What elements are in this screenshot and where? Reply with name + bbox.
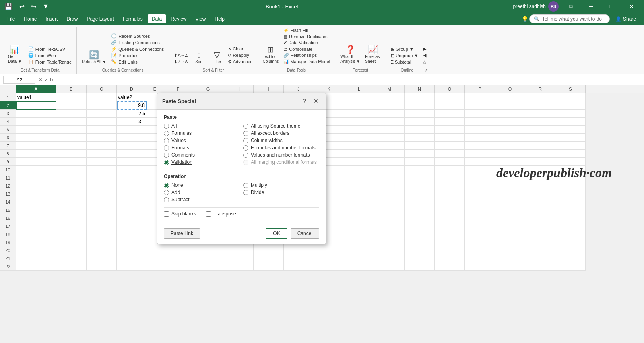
op-subtract-label: Subtract [171, 197, 190, 202]
op-multiply-label: Multiply [251, 182, 267, 188]
dialog-title: Paste Special [162, 98, 196, 104]
op-none-option[interactable]: None [164, 182, 240, 188]
op-divide-radio[interactable] [243, 190, 248, 195]
paste-all-except-borders-option[interactable]: All except borders [243, 130, 319, 136]
paste-column-widths-radio[interactable] [243, 138, 248, 143]
paste-values-label: Values [171, 138, 186, 143]
op-subtract-option[interactable]: Subtract [164, 197, 240, 202]
paste-formulas-option[interactable]: Formulas [164, 130, 240, 136]
paste-values-number-label: Values and number formats [251, 152, 310, 158]
dialog-divider-1 [164, 170, 319, 170]
operation-options-grid: None Multiply Add Divide Subtract [164, 182, 319, 202]
dialog-footer: Paste Link OK Cancel [157, 225, 326, 244]
paste-comments-label: Comments [171, 152, 195, 158]
paste-all-source-radio[interactable] [243, 124, 248, 129]
paste-all-merging-label: All merging conditional formats [251, 159, 317, 165]
paste-values-radio[interactable] [164, 138, 169, 143]
op-none-label: None [171, 182, 183, 188]
paste-section-label: Paste [164, 114, 319, 120]
ok-button[interactable]: OK [266, 228, 287, 239]
paste-all-merging-option[interactable]: All merging conditional formats [243, 159, 319, 165]
operation-section-label: Operation [164, 174, 319, 179]
paste-formulas-number-radio[interactable] [243, 145, 248, 151]
cancel-button[interactable]: Cancel [291, 228, 319, 239]
dialog-title-bar: Paste Special ? ✕ [157, 93, 326, 110]
op-divide-label: Divide [251, 190, 264, 195]
paste-formulas-number-label: Formulas and number formats [251, 145, 316, 151]
paste-column-widths-option[interactable]: Column widths [243, 138, 319, 143]
dialog-divider-2 [164, 207, 319, 208]
paste-column-widths-label: Column widths [251, 138, 283, 143]
op-add-label: Add [171, 190, 180, 195]
transpose-checkbox[interactable] [206, 211, 211, 217]
op-subtract-radio[interactable] [164, 197, 169, 202]
paste-all-label: All [171, 123, 177, 129]
paste-validation-label: Validation [171, 159, 192, 165]
paste-all-source-label: All using Source theme [251, 123, 300, 129]
op-multiply-radio[interactable] [243, 183, 248, 188]
paste-formulas-label: Formulas [171, 130, 192, 136]
paste-all-except-borders-radio[interactable] [243, 131, 248, 136]
paste-all-option[interactable]: All [164, 123, 240, 129]
op-none-radio[interactable] [164, 183, 169, 188]
op-multiply-option[interactable]: Multiply [243, 182, 319, 188]
op-divide-option[interactable]: Divide [243, 190, 319, 195]
paste-values-number-radio[interactable] [243, 153, 248, 158]
paste-comments-option[interactable]: Comments [164, 152, 240, 158]
paste-validation-option[interactable]: Validation [164, 159, 240, 165]
dialog-overlay: Paste Special ? ✕ Paste All All using So… [0, 0, 644, 343]
skip-blanks-checkbox[interactable] [164, 211, 169, 217]
paste-formats-radio[interactable] [164, 145, 169, 151]
paste-all-radio[interactable] [164, 124, 169, 129]
paste-all-except-borders-label: All except borders [251, 130, 289, 136]
skip-blanks-option[interactable]: Skip blanks [164, 211, 196, 217]
paste-formats-label: Formats [171, 145, 189, 151]
transpose-label: Transpose [213, 211, 236, 217]
paste-formulas-radio[interactable] [164, 131, 169, 136]
op-add-option[interactable]: Add [164, 190, 240, 195]
paste-options-grid: All All using Source theme Formulas All … [164, 123, 319, 165]
dialog-help-button[interactable]: ? [300, 96, 310, 106]
dialog-close-button[interactable]: ✕ [311, 96, 321, 106]
paste-formats-option[interactable]: Formats [164, 145, 240, 151]
paste-all-source-theme-option[interactable]: All using Source theme [243, 123, 319, 129]
skip-blanks-label: Skip blanks [171, 211, 196, 217]
dialog-title-icons: ? ✕ [300, 96, 321, 106]
paste-link-button[interactable]: Paste Link [164, 228, 200, 239]
paste-values-option[interactable]: Values [164, 138, 240, 143]
op-add-radio[interactable] [164, 190, 169, 195]
paste-values-number-formats-option[interactable]: Values and number formats [243, 152, 319, 158]
transpose-option[interactable]: Transpose [206, 211, 236, 217]
paste-formulas-number-formats-option[interactable]: Formulas and number formats [243, 145, 319, 151]
paste-all-merging-radio[interactable] [243, 160, 248, 165]
paste-comments-radio[interactable] [164, 153, 169, 158]
paste-validation-radio[interactable] [164, 160, 169, 165]
checkbox-row: Skip blanks Transpose [164, 211, 319, 217]
paste-special-dialog: Paste Special ? ✕ Paste All All using So… [157, 93, 326, 244]
dialog-body: Paste All All using Source theme Formula… [157, 110, 326, 225]
